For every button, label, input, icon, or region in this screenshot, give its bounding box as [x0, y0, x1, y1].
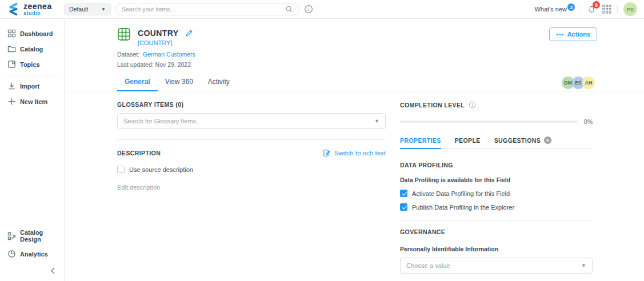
sidebar-item-label: Import: [20, 83, 39, 90]
completion-progress: 0%: [400, 118, 593, 125]
user-avatar[interactable]: PS: [623, 2, 637, 16]
tab-view-360[interactable]: View 360: [158, 74, 201, 91]
checkbox[interactable]: [400, 203, 407, 211]
detail-tabs: PROPERTIES PEOPLE SUGGESTIONS 0: [400, 137, 593, 149]
tab-properties[interactable]: PROPERTIES: [400, 137, 441, 148]
entity-subtitle: [COUNTRY]: [138, 39, 193, 46]
chevron-down-icon: ▼: [101, 7, 106, 12]
general-left-column: GLOSSARY ITEMS (0) ▼ DESCRIPTION Switch …: [117, 101, 386, 281]
publish-data-profiling-checkbox[interactable]: Publish Data Profiling in the Explorer: [400, 203, 593, 211]
sidebar-item-label: Analytics: [20, 251, 48, 258]
completion-info-icon[interactable]: [469, 101, 476, 109]
whats-new-badge: 3: [567, 3, 575, 11]
whats-new-label: What's new: [534, 6, 567, 13]
completion-level-heading: COMPLETION LEVEL: [400, 102, 465, 109]
last-updated: Last updated: Nov 29, 2022: [117, 61, 593, 68]
notifications-button[interactable]: 0: [587, 4, 597, 14]
topbar: zeenea studio Default ▼ What's new 3: [0, 0, 644, 19]
divider: [617, 5, 618, 14]
dataset-label: Dataset:: [117, 51, 139, 58]
edit-pencil-icon[interactable]: [185, 29, 193, 37]
sidebar-item-topics[interactable]: Topics: [0, 57, 64, 72]
progress-bar: [400, 121, 578, 123]
tab-activity[interactable]: Activity: [201, 74, 237, 91]
entity-tabs: General View 360 Activity DM ES AH: [65, 74, 644, 91]
sidebar-item-new-item[interactable]: New Item: [0, 94, 64, 109]
analytics-pie-icon: [7, 250, 16, 258]
workspace-value: Default: [69, 6, 88, 13]
plus-icon: [7, 97, 16, 106]
tab-people[interactable]: PEOPLE: [455, 137, 481, 148]
import-icon: [7, 82, 16, 90]
sidebar-item-import[interactable]: Import: [0, 78, 64, 94]
dataset-link[interactable]: German Customers: [143, 51, 195, 58]
notification-badge: 0: [593, 1, 600, 9]
zeenea-logo-icon: [7, 2, 19, 16]
completion-percent: 0%: [584, 118, 593, 125]
activate-data-profiling-checkbox[interactable]: Activate Data Profiling for this Field: [400, 190, 593, 197]
checkbox[interactable]: [117, 166, 125, 173]
steward-avatars: DM ES AH: [564, 77, 595, 89]
data-profiling-heading: DATA PROFILING: [400, 162, 593, 168]
checkbox-label: Activate Data Profiling for this Field: [412, 190, 510, 197]
description-heading: DESCRIPTION: [117, 150, 161, 156]
field-type-icon: [117, 27, 131, 46]
main-content: COUNTRY [COUNTRY] Dataset:German Custome…: [65, 19, 644, 281]
sidebar-item-label: Catalog Design: [20, 229, 64, 243]
tab-suggestions[interactable]: SUGGESTIONS 0: [494, 137, 551, 148]
governance-heading: GOVERNANCE: [400, 228, 593, 235]
select-placeholder: Choose a value: [406, 262, 581, 269]
brand-name: zeenea: [23, 2, 52, 10]
use-source-description-checkbox[interactable]: Use source description: [117, 166, 386, 173]
chevron-down-icon: ▼: [581, 263, 586, 268]
dataset-row: Dataset:German Customers: [117, 51, 593, 58]
avatar[interactable]: AH: [582, 77, 595, 89]
sidebar-item-label: Catalog: [20, 46, 43, 53]
section-divider: [400, 220, 593, 220]
actions-dots-icon: [556, 33, 564, 36]
search-info-icon[interactable]: [304, 5, 313, 14]
description-editor-placeholder[interactable]: Edit description: [117, 184, 386, 191]
sidebar-item-analytics[interactable]: Analytics: [0, 246, 64, 262]
tab-general[interactable]: General: [117, 74, 158, 91]
workspace-selector[interactable]: Default ▼: [64, 3, 111, 15]
switch-to-rich-text-link[interactable]: Switch to rich text: [323, 149, 386, 157]
dashboard-icon: [7, 29, 16, 38]
rich-text-icon: [323, 149, 331, 157]
chevron-down-icon: ▼: [374, 118, 379, 124]
sidebar-item-label: Dashboard: [20, 30, 53, 37]
checkbox[interactable]: [400, 190, 407, 197]
topics-icon: [7, 60, 16, 69]
global-search[interactable]: [115, 3, 299, 15]
sidebar-divider: [6, 75, 58, 75]
checkbox-label: Publish Data Profiling in the Explorer: [412, 204, 514, 211]
data-profiling-availability: Data Profiling is available for this Fie…: [400, 176, 593, 183]
apps-grid-icon[interactable]: [602, 5, 611, 14]
whats-new-link[interactable]: What's new 3: [534, 6, 575, 13]
actions-button[interactable]: Actions: [549, 27, 597, 41]
pii-label: Personally Identifiable Information: [400, 246, 593, 252]
switch-link-label: Switch to rich text: [334, 150, 386, 156]
zeenea-logo: zeenea studio: [7, 2, 64, 16]
checkbox-label: Use source description: [129, 166, 193, 173]
glossary-search-combobox[interactable]: ▼: [117, 113, 386, 129]
sidebar-item-catalog[interactable]: Catalog: [0, 41, 64, 57]
glossary-heading: GLOSSARY ITEMS (0): [117, 101, 386, 108]
section-divider: [117, 139, 386, 140]
general-right-column: COMPLETION LEVEL 0% PROPERTIES PEOPLE SU…: [400, 101, 593, 281]
glossary-search-input[interactable]: [123, 118, 374, 125]
sidebar: Dashboard Catalog Topics Import New Item: [0, 19, 65, 281]
suggestions-badge: 0: [544, 137, 551, 144]
suggestions-label: SUGGESTIONS: [494, 137, 541, 144]
search-input[interactable]: [122, 6, 285, 13]
pii-select[interactable]: Choose a value ▼: [400, 258, 593, 274]
brand-sub: studio: [23, 11, 52, 16]
catalog-design-icon: [7, 232, 16, 240]
sidebar-collapse-chevron-icon[interactable]: [49, 266, 56, 275]
sidebar-item-dashboard[interactable]: Dashboard: [0, 26, 64, 41]
sidebar-item-label: New Item: [20, 98, 47, 105]
folder-icon: [7, 45, 16, 53]
search-icon: [285, 5, 293, 13]
sidebar-item-catalog-design[interactable]: Catalog Design: [0, 226, 64, 246]
actions-label: Actions: [567, 31, 590, 38]
